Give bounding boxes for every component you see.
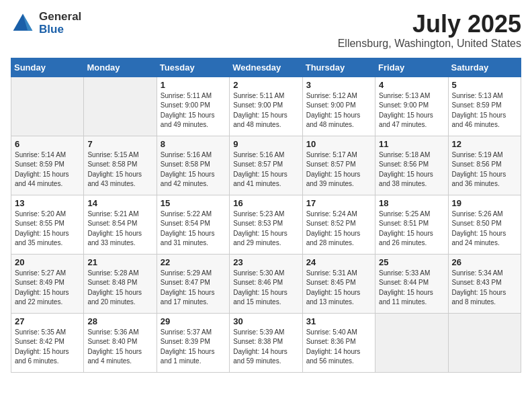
day-number: 16: [233, 198, 298, 208]
header-day: Thursday: [302, 58, 375, 77]
day-info: Sunrise: 5:25 AM Sunset: 8:51 PM Dayligh…: [379, 210, 444, 248]
logo: General Blue: [11, 11, 81, 36]
day-number: 5: [452, 80, 517, 90]
day-number: 31: [306, 316, 371, 326]
calendar-cell: 22Sunrise: 5:29 AM Sunset: 8:47 PM Dayli…: [157, 254, 229, 313]
day-number: 22: [161, 257, 226, 267]
day-number: 24: [306, 257, 371, 267]
day-info: Sunrise: 5:20 AM Sunset: 8:55 PM Dayligh…: [15, 210, 80, 248]
logo-general: General: [39, 11, 81, 24]
calendar-cell: 9Sunrise: 5:16 AM Sunset: 8:57 PM Daylig…: [230, 136, 302, 195]
day-number: 19: [452, 198, 517, 208]
day-info: Sunrise: 5:29 AM Sunset: 8:47 PM Dayligh…: [161, 269, 226, 308]
day-info: Sunrise: 5:24 AM Sunset: 8:52 PM Dayligh…: [306, 210, 371, 248]
calendar-cell: 24Sunrise: 5:31 AM Sunset: 8:45 PM Dayli…: [302, 254, 375, 313]
calendar-cell: 6Sunrise: 5:14 AM Sunset: 8:59 PM Daylig…: [11, 136, 84, 195]
day-info: Sunrise: 5:16 AM Sunset: 8:57 PM Dayligh…: [233, 150, 298, 189]
day-number: 9: [233, 139, 298, 149]
calendar-cell: 14Sunrise: 5:21 AM Sunset: 8:54 PM Dayli…: [84, 195, 157, 254]
day-number: 8: [161, 139, 226, 149]
day-number: 12: [452, 139, 517, 149]
day-number: 27: [15, 316, 80, 326]
calendar-header: SundayMondayTuesdayWednesdayThursdayFrid…: [11, 58, 521, 77]
calendar-week-row: 27Sunrise: 5:35 AM Sunset: 8:42 PM Dayli…: [11, 313, 521, 372]
day-info: Sunrise: 5:30 AM Sunset: 8:46 PM Dayligh…: [233, 269, 298, 308]
calendar-cell: 29Sunrise: 5:37 AM Sunset: 8:39 PM Dayli…: [157, 313, 229, 372]
day-number: 18: [379, 198, 444, 208]
month-title: July 2025: [338, 11, 521, 38]
day-number: 29: [161, 316, 226, 326]
day-info: Sunrise: 5:23 AM Sunset: 8:53 PM Dayligh…: [233, 210, 298, 248]
day-number: 14: [87, 198, 152, 208]
day-number: 4: [379, 80, 444, 90]
calendar-cell: 17Sunrise: 5:24 AM Sunset: 8:52 PM Dayli…: [302, 195, 375, 254]
day-number: 2: [233, 80, 298, 90]
day-info: Sunrise: 5:13 AM Sunset: 9:00 PM Dayligh…: [379, 91, 444, 130]
day-number: 25: [379, 257, 444, 267]
header-day: Wednesday: [230, 58, 302, 77]
title-block: July 2025 Ellensburg, Washington, United…: [338, 11, 521, 50]
header-day: Tuesday: [157, 58, 229, 77]
calendar-week-row: 6Sunrise: 5:14 AM Sunset: 8:59 PM Daylig…: [11, 136, 521, 195]
calendar-cell: 18Sunrise: 5:25 AM Sunset: 8:51 PM Dayli…: [375, 195, 448, 254]
day-info: Sunrise: 5:12 AM Sunset: 9:00 PM Dayligh…: [306, 91, 371, 130]
calendar-cell: 28Sunrise: 5:36 AM Sunset: 8:40 PM Dayli…: [84, 313, 157, 372]
calendar-cell: 10Sunrise: 5:17 AM Sunset: 8:57 PM Dayli…: [302, 136, 375, 195]
header-day: Saturday: [448, 58, 521, 77]
calendar-cell: 20Sunrise: 5:27 AM Sunset: 8:49 PM Dayli…: [11, 254, 84, 313]
page-header: General Blue July 2025 Ellensburg, Washi…: [11, 11, 521, 50]
day-info: Sunrise: 5:28 AM Sunset: 8:48 PM Dayligh…: [87, 269, 152, 308]
day-number: 28: [87, 316, 152, 326]
calendar-cell: 8Sunrise: 5:16 AM Sunset: 8:58 PM Daylig…: [157, 136, 229, 195]
calendar-cell: 11Sunrise: 5:18 AM Sunset: 8:56 PM Dayli…: [375, 136, 448, 195]
day-number: 3: [306, 80, 371, 90]
calendar-cell: 31Sunrise: 5:40 AM Sunset: 8:36 PM Dayli…: [302, 313, 375, 372]
calendar-week-row: 13Sunrise: 5:20 AM Sunset: 8:55 PM Dayli…: [11, 195, 521, 254]
day-number: 20: [15, 257, 80, 267]
calendar-body: 1Sunrise: 5:11 AM Sunset: 9:00 PM Daylig…: [11, 77, 521, 372]
day-info: Sunrise: 5:17 AM Sunset: 8:57 PM Dayligh…: [306, 150, 371, 189]
day-info: Sunrise: 5:13 AM Sunset: 8:59 PM Dayligh…: [452, 91, 517, 130]
calendar-week-row: 20Sunrise: 5:27 AM Sunset: 8:49 PM Dayli…: [11, 254, 521, 313]
day-number: 23: [233, 257, 298, 267]
calendar-cell: [448, 313, 521, 372]
calendar-cell: 25Sunrise: 5:33 AM Sunset: 8:44 PM Dayli…: [375, 254, 448, 313]
header-day: Monday: [84, 58, 157, 77]
day-number: 7: [87, 139, 152, 149]
day-info: Sunrise: 5:35 AM Sunset: 8:42 PM Dayligh…: [15, 328, 80, 367]
day-info: Sunrise: 5:16 AM Sunset: 8:58 PM Dayligh…: [161, 150, 226, 189]
header-day: Sunday: [11, 58, 84, 77]
calendar-week-row: 1Sunrise: 5:11 AM Sunset: 9:00 PM Daylig…: [11, 77, 521, 136]
calendar-cell: 1Sunrise: 5:11 AM Sunset: 9:00 PM Daylig…: [157, 77, 229, 136]
logo-icon: [11, 11, 35, 36]
day-info: Sunrise: 5:21 AM Sunset: 8:54 PM Dayligh…: [87, 210, 152, 248]
calendar-cell: 13Sunrise: 5:20 AM Sunset: 8:55 PM Dayli…: [11, 195, 84, 254]
calendar-cell: 30Sunrise: 5:39 AM Sunset: 8:38 PM Dayli…: [230, 313, 302, 372]
day-info: Sunrise: 5:11 AM Sunset: 9:00 PM Dayligh…: [161, 91, 226, 130]
day-info: Sunrise: 5:11 AM Sunset: 9:00 PM Dayligh…: [233, 91, 298, 130]
day-info: Sunrise: 5:19 AM Sunset: 8:56 PM Dayligh…: [452, 150, 517, 189]
day-info: Sunrise: 5:34 AM Sunset: 8:43 PM Dayligh…: [452, 269, 517, 308]
calendar-table: SundayMondayTuesdayWednesdayThursdayFrid…: [11, 58, 521, 373]
day-info: Sunrise: 5:26 AM Sunset: 8:50 PM Dayligh…: [452, 210, 517, 248]
logo-text: General Blue: [39, 11, 81, 36]
day-number: 15: [161, 198, 226, 208]
calendar-cell: 16Sunrise: 5:23 AM Sunset: 8:53 PM Dayli…: [230, 195, 302, 254]
day-number: 1: [161, 80, 226, 90]
header-row: SundayMondayTuesdayWednesdayThursdayFrid…: [11, 58, 521, 77]
header-day: Friday: [375, 58, 448, 77]
day-info: Sunrise: 5:22 AM Sunset: 8:54 PM Dayligh…: [161, 210, 226, 248]
calendar-cell: 15Sunrise: 5:22 AM Sunset: 8:54 PM Dayli…: [157, 195, 229, 254]
calendar-cell: 5Sunrise: 5:13 AM Sunset: 8:59 PM Daylig…: [448, 77, 521, 136]
logo-blue: Blue: [39, 24, 81, 36]
day-info: Sunrise: 5:37 AM Sunset: 8:39 PM Dayligh…: [161, 328, 226, 367]
day-number: 6: [15, 139, 80, 149]
calendar-cell: 4Sunrise: 5:13 AM Sunset: 9:00 PM Daylig…: [375, 77, 448, 136]
calendar-cell: 21Sunrise: 5:28 AM Sunset: 8:48 PM Dayli…: [84, 254, 157, 313]
calendar-cell: 7Sunrise: 5:15 AM Sunset: 8:58 PM Daylig…: [84, 136, 157, 195]
day-info: Sunrise: 5:31 AM Sunset: 8:45 PM Dayligh…: [306, 269, 371, 308]
calendar-cell: [375, 313, 448, 372]
day-number: 10: [306, 139, 371, 149]
calendar-cell: 19Sunrise: 5:26 AM Sunset: 8:50 PM Dayli…: [448, 195, 521, 254]
day-info: Sunrise: 5:33 AM Sunset: 8:44 PM Dayligh…: [379, 269, 444, 308]
